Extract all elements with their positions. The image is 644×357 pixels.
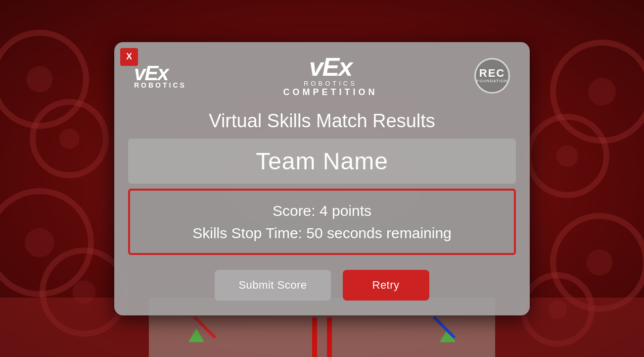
buttons-area: Submit Score Retry bbox=[114, 265, 530, 301]
results-modal: X vEx ROBOTICS vEx ROBOTICS COMPETITION … bbox=[114, 42, 530, 315]
modal-header: vEx ROBOTICS vEx ROBOTICS COMPETITION RE… bbox=[114, 42, 530, 102]
vex-logo-left: vEx ROBOTICS bbox=[134, 62, 186, 90]
score-box: Score: 4 points Skills Stop Time: 50 sec… bbox=[128, 189, 516, 255]
close-button[interactable]: X bbox=[120, 48, 138, 66]
submit-score-button[interactable]: Submit Score bbox=[215, 270, 330, 301]
rec-foundation-text: FOUNDATION bbox=[477, 79, 507, 83]
vex-robotics-left-text: ROBOTICS bbox=[134, 82, 186, 89]
stop-time-label: Skills Stop Time: 50 seconds remaining bbox=[140, 222, 504, 244]
modal-title: Virtual Skills Match Results bbox=[114, 102, 530, 139]
vex-competition-text: COMPETITION bbox=[283, 87, 377, 98]
rec-text: REC bbox=[479, 68, 505, 79]
vex-center-big: vEx bbox=[283, 54, 377, 80]
retry-button[interactable]: Retry bbox=[343, 270, 429, 301]
rec-logo: REC FOUNDATION bbox=[474, 58, 510, 94]
team-name: Team Name bbox=[256, 148, 388, 174]
vex-robotics-center: ROBOTICS bbox=[283, 80, 377, 87]
vex-logo-center: vEx ROBOTICS COMPETITION bbox=[283, 54, 377, 98]
team-name-box: Team Name bbox=[128, 139, 516, 184]
score-label: Score: 4 points bbox=[140, 200, 504, 222]
